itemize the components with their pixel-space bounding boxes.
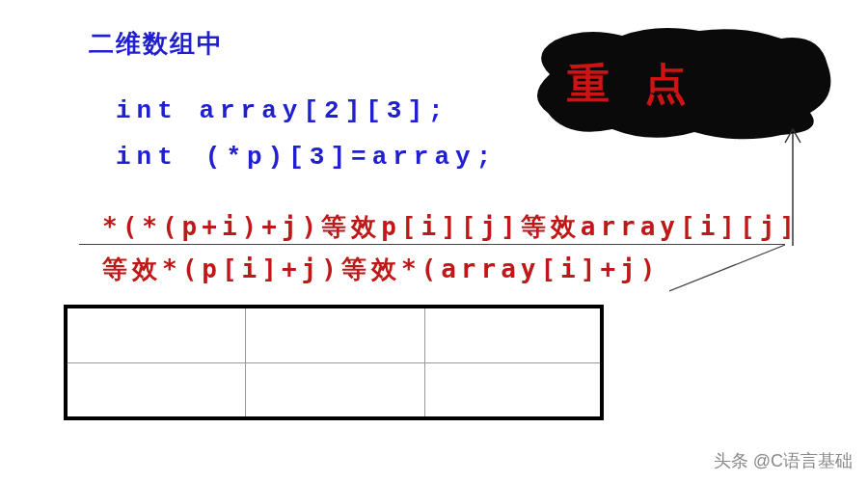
code-pointer-expr: (*p)[3]=array; — [205, 143, 497, 172]
array-grid-2x3 — [64, 305, 604, 420]
svg-line-1 — [669, 245, 785, 291]
section-title: 二维数组中 — [89, 27, 224, 61]
grid-vline — [424, 308, 425, 416]
grid-hline — [68, 362, 600, 363]
code-declaration-pointer: int(*p)[3]=array; — [116, 143, 497, 172]
watermark-text: 头条 @C语言基础 — [714, 449, 853, 472]
code-keyword-int: int — [116, 143, 178, 172]
code-declaration-array: int array[2][3]; — [116, 96, 449, 125]
equivalence-expression-2: 等效*(p[i]+j)等效*(array[i]+j) — [102, 253, 660, 286]
emphasis-label: 重点 — [567, 56, 721, 113]
arrow-diagonal-icon — [669, 244, 814, 292]
equivalence-expression-1: *(*(p+i)+j)等效p[i][j]等效array[i][j] — [102, 210, 800, 244]
grid-vline — [245, 308, 246, 416]
